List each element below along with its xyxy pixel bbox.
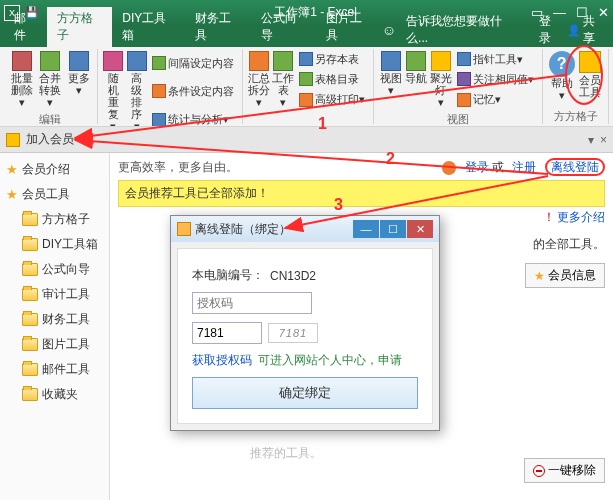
slogan-text: 更高效率，更多自由。 bbox=[118, 159, 238, 176]
interval-content-button[interactable]: 间隔设定内容 bbox=[150, 55, 236, 72]
dialog-close-icon[interactable]: ✕ bbox=[407, 220, 433, 238]
pane-close-icon[interactable]: × bbox=[600, 133, 607, 147]
member-info-button[interactable]: ★会员信息 bbox=[525, 263, 605, 288]
pane-title: 加入会员 bbox=[26, 131, 74, 148]
pointer-tool-button[interactable]: 指针工具 ▾ bbox=[455, 51, 536, 68]
sidebar-item-image[interactable]: 图片工具 bbox=[0, 332, 109, 357]
share-button[interactable]: 👤共享 bbox=[567, 13, 605, 47]
help-button[interactable]: ?帮助▾ bbox=[547, 49, 575, 107]
folder-icon bbox=[22, 213, 38, 226]
folder-icon bbox=[22, 363, 38, 376]
tab-formula[interactable]: 公式向导 bbox=[251, 7, 316, 47]
banner: 会员推荐工具已全部添加！ bbox=[118, 180, 605, 207]
group-label-edit: 编辑 bbox=[8, 110, 93, 127]
tab-ffgz[interactable]: 方方格子 bbox=[47, 7, 112, 47]
member-tools-button[interactable]: 会员工具 bbox=[576, 49, 604, 107]
tab-diy[interactable]: DIY工具箱 bbox=[112, 7, 185, 47]
star-icon: ★ bbox=[6, 162, 18, 177]
tell-me-icon[interactable] bbox=[382, 22, 400, 38]
sidebar-item-tools[interactable]: ★会员工具 bbox=[0, 182, 109, 207]
dialog-maximize-icon[interactable]: ☐ bbox=[380, 220, 406, 238]
pc-code-value: CN13D2 bbox=[270, 269, 316, 283]
memory-button[interactable]: 记忆 ▾ bbox=[455, 91, 536, 108]
star-icon: ★ bbox=[6, 187, 18, 202]
highlight-same-button[interactable]: 关注相同值 ▾ bbox=[455, 71, 536, 88]
dialog-titlebar: 离线登陆（绑定） — ☐ ✕ bbox=[171, 216, 439, 242]
advanced-print-button[interactable]: 高级打印 ▾ bbox=[297, 91, 367, 108]
pane-titlebar: 加入会员 ▾ × bbox=[0, 127, 613, 153]
save-sheet-button[interactable]: 另存本表 bbox=[297, 51, 367, 68]
sidebar: ★会员介绍 ★会员工具 方方格子 DIY工具箱 公式向导 审计工具 财务工具 图… bbox=[0, 153, 110, 500]
more-intro-link[interactable]: 更多介绍 bbox=[557, 210, 605, 224]
merge-convert-button[interactable]: 合并转换▾ bbox=[36, 49, 64, 110]
sidebar-item-ffgz[interactable]: 方方格子 bbox=[0, 207, 109, 232]
get-auth-hint: 可进入网站个人中心，申请 bbox=[258, 352, 402, 369]
group-label-view: 视图 bbox=[378, 110, 538, 127]
random-repeat-button[interactable]: 随机重复▾ bbox=[102, 49, 125, 127]
tab-image[interactable]: 图片工具 bbox=[316, 7, 381, 47]
sidebar-item-mail[interactable]: 邮件工具 bbox=[0, 357, 109, 382]
faded-text: 推荐的工具。 bbox=[250, 445, 322, 462]
dialog-minimize-icon[interactable]: — bbox=[353, 220, 379, 238]
right-panel: ！更多介绍 的全部工具。 ★会员信息 一键移除 bbox=[524, 209, 605, 483]
batch-delete-button[interactable]: 批量删除▾ bbox=[8, 49, 36, 110]
condition-content-button[interactable]: 条件设定内容 bbox=[150, 83, 236, 100]
folder-icon bbox=[22, 238, 38, 251]
sidebar-item-diy[interactable]: DIY工具箱 bbox=[0, 232, 109, 257]
exclaim-text: ！ bbox=[543, 210, 555, 224]
one-click-remove-button[interactable]: 一键移除 bbox=[524, 458, 605, 483]
group-label-ffgz: 方方格子 bbox=[547, 107, 604, 124]
sidebar-item-intro[interactable]: ★会员介绍 bbox=[0, 157, 109, 182]
sidebar-item-audit[interactable]: 审计工具 bbox=[0, 282, 109, 307]
worksheet-button[interactable]: 工作表▾ bbox=[271, 49, 295, 110]
offline-login-link[interactable]: 离线登陆 bbox=[545, 158, 605, 176]
sidebar-item-fav[interactable]: 收藏夹 bbox=[0, 382, 109, 407]
offline-login-dialog: 离线登陆（绑定） — ☐ ✕ 本电脑编号：CN13D2 7181 获取授权码 可… bbox=[170, 215, 440, 431]
sheet-catalog-button[interactable]: 表格目录 bbox=[297, 71, 367, 88]
group-label-sheet bbox=[247, 110, 369, 124]
advanced-sort-button[interactable]: 高级排序▾ bbox=[125, 49, 148, 127]
pane-icon bbox=[6, 133, 20, 147]
get-auth-code-link[interactable]: 获取授权码 bbox=[192, 352, 252, 369]
confirm-bind-button[interactable]: 确定绑定 bbox=[192, 377, 418, 409]
tell-me-text[interactable]: 告诉我您想要做什么... bbox=[406, 13, 517, 47]
summary-split-button[interactable]: 汇总拆分▾ bbox=[247, 49, 271, 110]
folder-icon bbox=[22, 288, 38, 301]
pc-code-label: 本电脑编号： bbox=[192, 267, 264, 284]
line2-text: 的全部工具。 bbox=[533, 236, 605, 253]
captcha-input[interactable] bbox=[192, 322, 262, 344]
view-button[interactable]: 视图▾ bbox=[378, 49, 403, 110]
login-link[interactable]: 登录 bbox=[465, 160, 489, 174]
tab-mail[interactable]: 邮件 bbox=[4, 7, 47, 47]
ribbon-tabs: 邮件 方方格子 DIY工具箱 财务工具 公式向导 图片工具 告诉我您想要做什么.… bbox=[0, 25, 613, 47]
star-icon: ★ bbox=[534, 269, 545, 283]
auth-code-input[interactable] bbox=[192, 292, 312, 314]
tab-finance[interactable]: 财务工具 bbox=[185, 7, 250, 47]
dialog-title: 离线登陆（绑定） bbox=[195, 221, 291, 238]
pane-dropdown-icon[interactable]: ▾ bbox=[588, 133, 594, 147]
spotlight-button[interactable]: 聚光灯▾ bbox=[428, 49, 453, 110]
dialog-app-icon bbox=[177, 222, 191, 236]
more-button[interactable]: 更多▾ bbox=[65, 49, 93, 110]
sidebar-item-finance[interactable]: 财务工具 bbox=[0, 307, 109, 332]
user-icon bbox=[442, 161, 456, 175]
stats-analysis-button[interactable]: 统计与分析 ▾ bbox=[150, 111, 236, 127]
nav-button[interactable]: 导航 bbox=[403, 49, 428, 110]
folder-icon bbox=[22, 263, 38, 276]
register-link[interactable]: 注册 bbox=[512, 160, 536, 174]
captcha-image[interactable]: 7181 bbox=[268, 323, 318, 343]
folder-icon bbox=[22, 313, 38, 326]
login-link[interactable]: 登录 bbox=[539, 13, 562, 47]
remove-icon bbox=[533, 465, 545, 477]
folder-icon bbox=[22, 338, 38, 351]
folder-icon bbox=[22, 388, 38, 401]
ribbon: 批量删除▾ 合并转换▾ 更多▾ 编辑 随机重复▾ 高级排序▾ 间隔设定内容 条件… bbox=[0, 47, 613, 127]
sidebar-item-formula[interactable]: 公式向导 bbox=[0, 257, 109, 282]
